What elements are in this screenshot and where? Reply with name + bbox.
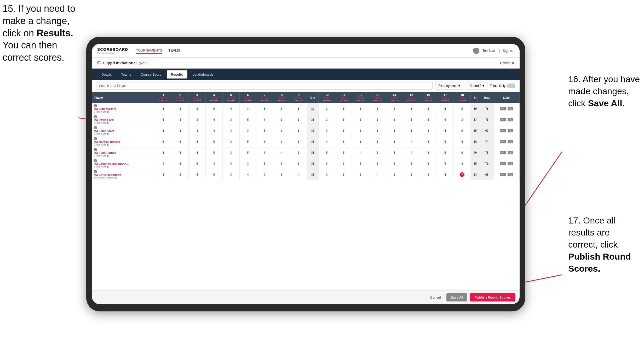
- score-cell[interactable]: 6: [454, 147, 471, 158]
- score-cell[interactable]: 5: [189, 158, 206, 169]
- score-cell[interactable]: 4: [155, 158, 172, 169]
- score-cell[interactable]: 3: [172, 103, 189, 114]
- score-cell[interactable]: 5: [155, 136, 172, 147]
- score-cell[interactable]: 3: [352, 114, 369, 125]
- score-cell[interactable]: 3: [172, 147, 189, 158]
- wd-button[interactable]: WD: [500, 129, 506, 132]
- score-cell[interactable]: 5: [335, 147, 352, 158]
- wd-button[interactable]: WD: [500, 140, 506, 143]
- score-cell[interactable]: 6: [454, 125, 471, 136]
- score-cell[interactable]: 3: [273, 114, 290, 125]
- score-cell[interactable]: 3: [222, 169, 239, 180]
- publish-round-scores-btn[interactable]: Publish Round Scores: [470, 293, 515, 301]
- score-cell[interactable]: 3: [189, 114, 206, 125]
- score-cell[interactable]: 5: [273, 158, 290, 169]
- score-cell[interactable]: 3: [420, 136, 437, 147]
- score-cell[interactable]: 3: [420, 158, 437, 169]
- score-cell[interactable]: 5: [318, 147, 335, 158]
- score-cell[interactable]: 5: [239, 114, 256, 125]
- dq-button[interactable]: DQ: [508, 173, 513, 176]
- wd-button[interactable]: WD: [500, 162, 506, 165]
- dq-button[interactable]: DQ: [508, 118, 513, 121]
- score-cell[interactable]: 4: [273, 147, 290, 158]
- wd-button[interactable]: WD: [500, 107, 506, 110]
- score-cell[interactable]: 5: [386, 114, 403, 125]
- score-cell[interactable]: 6: [155, 114, 172, 125]
- score-cell[interactable]: 3: [172, 136, 189, 147]
- score-cell[interactable]: 5: [290, 114, 307, 125]
- player-name[interactable]: (A) Elliot Ebert: [94, 129, 154, 132]
- score-cell[interactable]: 4: [369, 169, 386, 180]
- score-cell[interactable]: 4: [206, 125, 223, 136]
- dq-button[interactable]: DQ: [508, 151, 513, 154]
- score-cell[interactable]: 4: [172, 169, 189, 180]
- score-cell[interactable]: 3: [369, 158, 386, 169]
- score-cell[interactable]: 3: [420, 125, 437, 136]
- cancel-footer-btn[interactable]: Cancel: [427, 293, 444, 301]
- score-cell[interactable]: 3: [222, 147, 239, 158]
- score-cell[interactable]: 5: [369, 125, 386, 136]
- score-cell[interactable]: 3: [386, 158, 403, 169]
- score-cell[interactable]: 5: [369, 114, 386, 125]
- score-cell[interactable]: 3: [386, 136, 403, 147]
- dq-button[interactable]: DQ: [508, 129, 513, 132]
- score-cell[interactable]: 3: [369, 103, 386, 114]
- score-cell[interactable]: 3: [290, 125, 307, 136]
- dq-button[interactable]: DQ: [508, 162, 513, 165]
- score-cell[interactable]: 3: [273, 136, 290, 147]
- score-cell[interactable]: 4: [172, 158, 189, 169]
- score-cell[interactable]: 5: [290, 136, 307, 147]
- score-cell[interactable]: 5: [239, 147, 256, 158]
- score-cell[interactable]: 4: [352, 147, 369, 158]
- score-cell[interactable]: 5: [290, 103, 307, 114]
- score-cell[interactable]: 5: [256, 158, 273, 169]
- score-cell[interactable]: 4: [189, 136, 206, 147]
- score-cell[interactable]: 3: [222, 125, 239, 136]
- score-cell[interactable]: 3: [386, 125, 403, 136]
- score-cell[interactable]: 3: [386, 147, 403, 158]
- score-cell[interactable]: 5: [155, 125, 172, 136]
- cancel-tournament-btn[interactable]: Cancel ✕: [500, 61, 514, 65]
- score-cell[interactable]: 4: [437, 169, 454, 180]
- score-cell[interactable]: 5: [420, 103, 437, 114]
- score-cell[interactable]: 3: [172, 114, 189, 125]
- score-cell[interactable]: 6: [437, 103, 454, 114]
- score-cell[interactable]: 6: [273, 103, 290, 114]
- score-cell[interactable]: 5: [206, 169, 223, 180]
- score-cell[interactable]: 5: [335, 114, 352, 125]
- score-cell[interactable]: 3: [206, 158, 223, 169]
- wd-button[interactable]: WD: [500, 173, 506, 176]
- score-cell[interactable]: 3: [155, 147, 172, 158]
- score-cell[interactable]: 3: [352, 125, 369, 136]
- score-cell[interactable]: 5: [273, 169, 290, 180]
- score-cell[interactable]: 5: [403, 169, 420, 180]
- tab-leaderboards[interactable]: Leaderboards: [188, 70, 218, 79]
- score-cell[interactable]: 3: [454, 114, 471, 125]
- score-cell[interactable]: 5: [403, 125, 420, 136]
- player-name[interactable]: (A) Blair McHarg: [94, 107, 154, 110]
- score-cell[interactable]: 4: [189, 147, 206, 158]
- score-cell[interactable]: 4: [454, 136, 471, 147]
- filter-by-team-btn[interactable]: Filter by team ▾: [435, 82, 464, 89]
- score-cell[interactable]: 3: [189, 125, 206, 136]
- nav-link-tournaments[interactable]: TOURNAMENTS: [136, 47, 162, 54]
- tab-results[interactable]: Results: [167, 70, 187, 79]
- score-cell[interactable]: 5: [335, 136, 352, 147]
- score-cell[interactable]: 3: [290, 147, 307, 158]
- score-cell[interactable]: 4: [206, 114, 223, 125]
- search-input[interactable]: [96, 82, 433, 89]
- wd-button[interactable]: WD: [500, 118, 506, 121]
- score-cell[interactable]: 5: [352, 158, 369, 169]
- score-cell[interactable]: 6: [386, 103, 403, 114]
- score-cell[interactable]: 4: [222, 158, 239, 169]
- score-cell[interactable]: 5: [420, 114, 437, 125]
- score-cell[interactable]: 3: [239, 125, 256, 136]
- score-cell[interactable]: 6: [318, 158, 335, 169]
- score-cell[interactable]: 4: [454, 158, 471, 169]
- score-cell[interactable]: 5: [437, 136, 454, 147]
- score-cell[interactable]: 3: [318, 125, 335, 136]
- tab-teams[interactable]: Teams: [117, 70, 135, 79]
- score-cell[interactable]: 3: [222, 136, 239, 147]
- score-cell[interactable]: 4: [318, 136, 335, 147]
- round-selector-btn[interactable]: Round 3 ▾: [466, 82, 487, 89]
